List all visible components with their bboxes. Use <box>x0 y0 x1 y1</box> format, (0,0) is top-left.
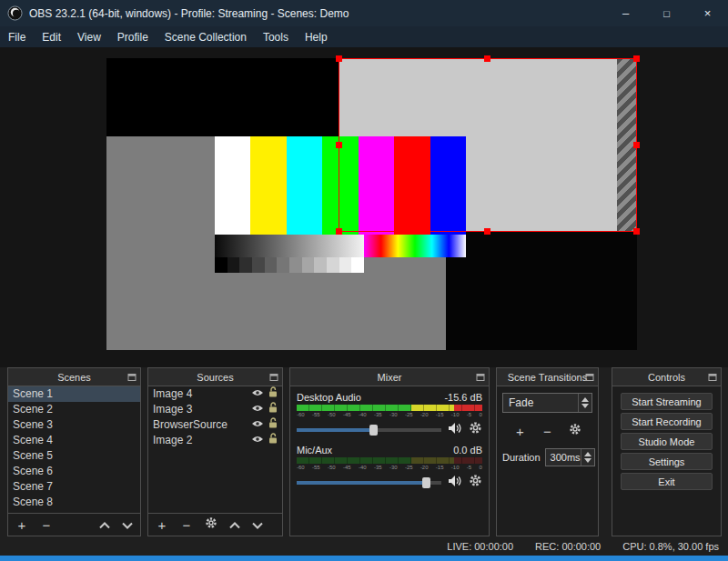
menu-help[interactable]: Help <box>297 26 336 47</box>
scene-item[interactable]: Scene 8 <box>8 495 140 510</box>
source-selection-outline[interactable] <box>339 58 637 232</box>
audio-level-meter <box>297 457 482 464</box>
channel-gear-icon[interactable] <box>469 474 482 491</box>
menu-edit[interactable]: Edit <box>34 26 69 47</box>
visibility-eye-icon[interactable] <box>251 433 264 448</box>
sources-panel-title: Sources <box>197 372 233 383</box>
settings-button[interactable]: Settings <box>621 453 713 470</box>
source-item[interactable]: Image 4 <box>148 386 282 402</box>
mixer-panel-header: Mixer <box>290 368 489 386</box>
rec-time: REC: 00:00:00 <box>535 541 601 552</box>
selection-handle-top-right[interactable] <box>633 55 640 62</box>
scene-item[interactable]: Scene 5 <box>8 448 140 464</box>
channel-gear-icon[interactable] <box>469 421 482 438</box>
scene-canvas[interactable] <box>106 58 637 350</box>
menu-file[interactable]: File <box>0 26 34 47</box>
selection-handle-middle-left[interactable] <box>336 142 342 148</box>
scene-black-region-bottom-right <box>446 232 637 350</box>
dock-panels: Scenes Scene 1 Scene 2 Scene 3 Scene 4 S… <box>0 367 728 537</box>
add-source-button[interactable]: + <box>156 518 168 532</box>
speaker-icon[interactable] <box>448 475 462 491</box>
duration-down-arrow-icon[interactable] <box>584 458 592 463</box>
selection-handle-bottom-middle[interactable] <box>484 228 490 235</box>
combo-up-arrow-icon[interactable] <box>581 397 589 402</box>
menubar: File Edit View Profile Scene Collection … <box>0 26 728 47</box>
scene-item[interactable]: Scene 6 <box>8 464 140 479</box>
source-item[interactable]: Image 2 <box>148 433 282 448</box>
volume-slider[interactable] <box>297 424 441 436</box>
move-scene-up-button[interactable] <box>99 516 110 533</box>
grayscale-step-wedge <box>215 257 364 273</box>
titlebar: OBS 23.2.1 (64-bit, windows) - Profile: … <box>0 0 728 26</box>
selection-handle-middle-right[interactable] <box>633 142 640 148</box>
scene-item[interactable]: Scene 9 <box>8 510 140 513</box>
duration-spinbox[interactable]: 300ms <box>545 448 595 466</box>
transition-properties-gear-icon[interactable] <box>569 423 581 439</box>
exit-button[interactable]: Exit <box>621 473 713 490</box>
color-bar-yellow <box>250 136 286 235</box>
window-bottom-accent <box>0 556 728 561</box>
add-transition-button[interactable]: + <box>514 425 527 438</box>
selection-handle-bottom-left[interactable] <box>336 228 342 235</box>
start-streaming-button[interactable]: Start Streaming <box>621 393 713 410</box>
visibility-eye-icon[interactable] <box>251 417 264 433</box>
rainbow-gradient <box>364 235 466 257</box>
scene-item[interactable]: Scene 2 <box>8 402 140 417</box>
duration-value: 300ms <box>546 452 581 463</box>
scene-item[interactable]: Scene 3 <box>8 417 140 433</box>
visibility-eye-icon[interactable] <box>251 386 264 402</box>
channel-volume-db: -15.6 dB <box>444 392 482 403</box>
move-scene-down-button[interactable] <box>122 516 133 533</box>
controls-panel-title: Controls <box>648 372 685 383</box>
lock-icon[interactable] <box>268 433 278 448</box>
volume-slider[interactable] <box>297 476 441 489</box>
remove-source-button[interactable]: − <box>180 518 193 532</box>
scene-black-region-top-left <box>106 58 339 136</box>
mixer-float-icon[interactable] <box>476 373 485 382</box>
start-recording-button[interactable]: Start Recording <box>621 413 713 430</box>
transitions-panel: Scene Transitions Fade + − <box>496 367 599 536</box>
move-source-up-button[interactable] <box>229 516 240 533</box>
combo-down-arrow-icon[interactable] <box>581 404 589 408</box>
meter-scale: -60-55-50-45-40-35-30-25-20-15-10-50 <box>297 412 482 417</box>
transitions-float-icon[interactable] <box>585 373 594 382</box>
source-item[interactable]: BrowserSource <box>148 417 282 433</box>
lock-icon[interactable] <box>268 417 278 433</box>
menu-tools[interactable]: Tools <box>255 26 297 47</box>
obs-logo-icon <box>7 5 23 21</box>
preview-area <box>0 47 728 367</box>
scene-item[interactable]: Scene 4 <box>8 433 140 448</box>
studio-mode-button[interactable]: Studio Mode <box>621 433 713 450</box>
source-properties-gear-icon[interactable] <box>205 516 217 533</box>
visibility-eye-icon[interactable] <box>251 402 264 417</box>
transition-select[interactable]: Fade <box>502 393 592 413</box>
color-bar-cyan <box>287 136 322 235</box>
scenes-float-icon[interactable] <box>127 373 136 382</box>
scene-item[interactable]: Scene 7 <box>8 479 140 495</box>
controls-panel: Controls Start Streaming Start Recording… <box>612 367 722 536</box>
lock-icon[interactable] <box>268 402 278 417</box>
menu-scene-collection[interactable]: Scene Collection <box>157 26 255 47</box>
sources-float-icon[interactable] <box>269 373 278 382</box>
close-button[interactable]: × <box>687 0 728 26</box>
minimize-button[interactable]: – <box>605 0 646 26</box>
scene-item[interactable]: Scene 1 <box>8 386 140 402</box>
controls-float-icon[interactable] <box>708 373 717 382</box>
remove-scene-button[interactable]: − <box>40 518 53 532</box>
menu-profile[interactable]: Profile <box>109 26 157 47</box>
add-scene-button[interactable]: + <box>15 518 28 532</box>
menu-view[interactable]: View <box>69 26 109 47</box>
duration-label: Duration <box>502 452 541 463</box>
speaker-icon[interactable] <box>448 422 462 438</box>
status-bar: LIVE: 00:00:00 REC: 00:00:00 CPU: 0.8%, … <box>0 537 728 556</box>
maximize-button[interactable]: □ <box>646 0 687 26</box>
lock-icon[interactable] <box>268 386 278 402</box>
selection-handle-bottom-right[interactable] <box>633 228 640 235</box>
selection-handle-top-middle[interactable] <box>484 55 490 62</box>
source-item[interactable]: Image 3 <box>148 402 282 417</box>
mixer-panel: Mixer Desktop Audio -15.6 dB -60-55-50-4… <box>289 367 490 536</box>
move-source-down-button[interactable] <box>252 516 263 533</box>
duration-up-arrow-icon[interactable] <box>584 452 592 456</box>
remove-transition-button[interactable]: − <box>541 425 554 438</box>
selection-handle-top-left[interactable] <box>336 55 342 62</box>
